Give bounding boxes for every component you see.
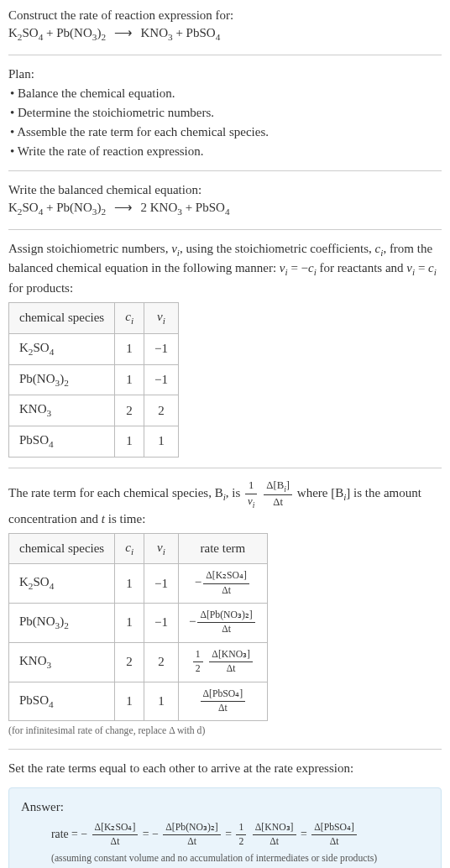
rate-expression: rate = − Δ[K₂SO₄]Δt = − Δ[Pb(NO₃)₂]Δt = … xyxy=(51,821,429,850)
cell-rateterm: Δ[PbSO₄]Δt xyxy=(178,682,267,721)
col-ci: ci xyxy=(115,533,144,564)
col-ci: ci xyxy=(115,303,144,334)
species-pbno32: Pb(NO3)2 xyxy=(56,26,106,39)
cell-species: KNO3 xyxy=(9,642,115,682)
plan-item: • Balance the chemical equation. xyxy=(10,85,442,102)
table-header-row: chemical species ci νi xyxy=(9,303,179,334)
cell-ci: 1 xyxy=(115,333,144,364)
cell-species: Pb(NO3)2 xyxy=(9,364,115,395)
species-pbso4: PbSO4 xyxy=(186,26,221,39)
cell-species: K2SO4 xyxy=(9,333,115,364)
cell-nui: −1 xyxy=(144,364,179,395)
intro-section: Construct the rate of reaction expressio… xyxy=(8,7,442,44)
cell-ci: 1 xyxy=(115,604,144,643)
cell-nui: 1 xyxy=(144,682,179,721)
cell-species: Pb(NO3)2 xyxy=(9,604,115,643)
table-header-row: chemical species ci νi rate term xyxy=(9,533,268,564)
col-nui: νi xyxy=(144,303,179,334)
balanced-equation: K2SO4 + Pb(NO3)2 ⟶ 2 KNO3 + PbSO4 xyxy=(8,199,442,219)
col-nui: νi xyxy=(144,533,179,564)
species-k2so4: K2SO4 xyxy=(8,26,43,39)
cell-rateterm: −Δ[K₂SO₄]Δt xyxy=(178,564,267,604)
table-row: KNO3 2 2 12 Δ[KNO₃]Δt xyxy=(9,642,268,682)
frac-dbi-dt: Δ[Bi]Δt xyxy=(264,478,292,510)
intro-prompt: Construct the rate of reaction expressio… xyxy=(8,7,442,24)
setequal-text: Set the rate terms equal to each other t… xyxy=(8,760,442,777)
plan-section: Plan: • Balance the chemical equation. •… xyxy=(8,65,442,160)
cell-nui: −1 xyxy=(144,564,179,604)
cell-ci: 2 xyxy=(115,642,144,682)
cell-ci: 1 xyxy=(115,426,144,458)
answer-label: Answer: xyxy=(21,798,429,816)
table-row: KNO3 2 2 xyxy=(9,395,179,426)
infinitesimal-note: (for infinitesimal rate of change, repla… xyxy=(8,724,442,738)
cell-nui: 2 xyxy=(144,642,179,682)
species-pbso4: PbSO4 xyxy=(196,201,230,214)
plan-item: • Determine the stoichiometric numbers. xyxy=(10,104,442,122)
col-species: chemical species xyxy=(9,303,115,334)
table-row: PbSO4 1 1 Δ[PbSO₄]Δt xyxy=(9,682,268,721)
cell-ci: 1 xyxy=(115,682,144,721)
cell-species: KNO3 xyxy=(9,395,115,426)
cell-ci: 1 xyxy=(115,364,144,395)
table-row: Pb(NO3)2 1 −1 xyxy=(9,364,179,395)
cell-species: K2SO4 xyxy=(9,564,115,604)
plus: + xyxy=(182,201,196,214)
answer-box: Answer: rate = − Δ[K₂SO₄]Δt = − Δ[Pb(NO₃… xyxy=(8,787,442,868)
plan-list: • Balance the chemical equation. • Deter… xyxy=(10,85,442,160)
cell-rateterm: −Δ[Pb(NO₃)₂]Δt xyxy=(178,604,267,643)
balanced-section: Write the balanced chemical equation: K2… xyxy=(8,181,442,219)
species-kno3: KNO3 xyxy=(150,201,182,214)
balanced-title: Write the balanced chemical equation: xyxy=(8,181,442,199)
frac-one-over-nu: 1νi xyxy=(245,478,257,510)
col-rateterm: rate term xyxy=(178,533,267,564)
divider xyxy=(8,170,442,171)
divider xyxy=(8,468,442,468)
species-pbno32: Pb(NO3)2 xyxy=(56,201,106,214)
intro-equation: K2SO4 + Pb(NO3)2 ⟶ KNO3 + PbSO4 xyxy=(8,24,442,44)
assign-section: Assign stoichiometric numbers, νi, using… xyxy=(8,240,442,458)
table-row: K2SO4 1 −1 −Δ[K₂SO₄]Δt xyxy=(9,564,268,604)
table-row: Pb(NO3)2 1 −1 −Δ[Pb(NO₃)₂]Δt xyxy=(9,604,268,643)
divider xyxy=(8,55,442,55)
assign-text: Assign stoichiometric numbers, νi, using… xyxy=(8,240,442,298)
plus: + xyxy=(43,26,56,39)
table-row: PbSO4 1 1 xyxy=(9,426,179,458)
rateterm-text: The rate term for each chemical species,… xyxy=(8,478,442,528)
plus: + xyxy=(173,26,186,39)
coef: 2 xyxy=(141,201,150,214)
cell-nui: 1 xyxy=(144,426,179,458)
cell-nui: −1 xyxy=(144,604,179,643)
cell-ci: 1 xyxy=(115,564,144,604)
plus: + xyxy=(43,201,56,214)
rateterm-section: The rate term for each chemical species,… xyxy=(8,478,442,739)
plan-item: • Write the rate of reaction expression. xyxy=(10,143,442,160)
divider xyxy=(8,229,442,230)
plan-item: • Assemble the rate term for each chemic… xyxy=(10,123,442,141)
divider xyxy=(8,749,442,750)
arrow-icon: ⟶ xyxy=(114,26,133,39)
col-species: chemical species xyxy=(9,533,115,564)
cell-rateterm: 12 Δ[KNO₃]Δt xyxy=(178,642,267,682)
rate-table: chemical species ci νi rate term K2SO4 1… xyxy=(8,533,268,722)
cell-nui: −1 xyxy=(144,333,179,364)
species-kno3: KNO3 xyxy=(141,26,173,39)
stoich-table: chemical species ci νi K2SO4 1 −1 Pb(NO3… xyxy=(8,302,179,458)
plan-title: Plan: xyxy=(8,65,442,83)
table-row: K2SO4 1 −1 xyxy=(9,333,179,364)
arrow-icon: ⟶ xyxy=(114,201,133,214)
species-k2so4: K2SO4 xyxy=(8,201,43,214)
cell-nui: 2 xyxy=(144,395,179,426)
answer-subnote: (assuming constant volume and no accumul… xyxy=(51,852,429,865)
cell-ci: 2 xyxy=(115,395,144,426)
cell-species: PbSO4 xyxy=(9,682,115,721)
cell-species: PbSO4 xyxy=(9,426,115,458)
